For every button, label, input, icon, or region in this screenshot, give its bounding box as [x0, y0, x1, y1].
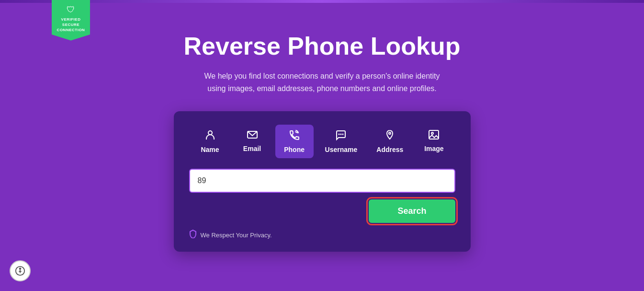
page-subtitle: We help you find lost connections and ve… [203, 70, 442, 94]
search-card: Name Email [174, 111, 471, 252]
main-content: Reverse Phone Lookup We help you find lo… [0, 3, 644, 252]
svg-point-7 [431, 132, 433, 134]
secure-badge: 🛡 VERIFIED SECURE CONNECTION [52, 0, 90, 41]
svg-point-5 [389, 132, 391, 134]
location-icon [384, 129, 395, 143]
phone-search-input[interactable] [189, 169, 455, 193]
privacy-note: We Respect Your Privacy. [189, 230, 455, 240]
shield-icon: 🛡 [67, 5, 75, 15]
privacy-shield-icon [189, 230, 197, 240]
phone-icon [289, 129, 300, 143]
tab-email[interactable]: Email [233, 125, 271, 158]
tab-username[interactable]: Username [317, 125, 365, 158]
person-icon [204, 129, 216, 143]
chat-icon [335, 129, 347, 143]
accessibility-button[interactable] [10, 260, 31, 281]
tab-phone-label: Phone [284, 146, 305, 153]
tab-name-label: Name [201, 146, 219, 153]
page-title: Reverse Phone Lookup [184, 32, 461, 60]
tab-name[interactable]: Name [191, 125, 229, 158]
input-container [189, 169, 455, 193]
privacy-text: We Respect Your Privacy. [201, 232, 272, 239]
image-icon [428, 129, 440, 142]
search-button[interactable]: Search [369, 199, 455, 223]
badge-text: VERIFIED SECURE CONNECTION [57, 17, 85, 33]
button-row: Search [189, 199, 455, 223]
tab-phone[interactable]: Phone [275, 125, 314, 158]
tab-username-label: Username [325, 146, 358, 153]
tab-email-label: Email [243, 145, 261, 152]
svg-point-9 [20, 268, 21, 269]
tab-address-label: Address [376, 146, 403, 153]
email-icon [247, 129, 258, 142]
tab-image[interactable]: Image [415, 125, 453, 158]
tab-address[interactable]: Address [369, 125, 411, 158]
tabs-container: Name Email [189, 125, 455, 158]
svg-point-0 [208, 131, 212, 135]
tab-image-label: Image [424, 145, 443, 152]
